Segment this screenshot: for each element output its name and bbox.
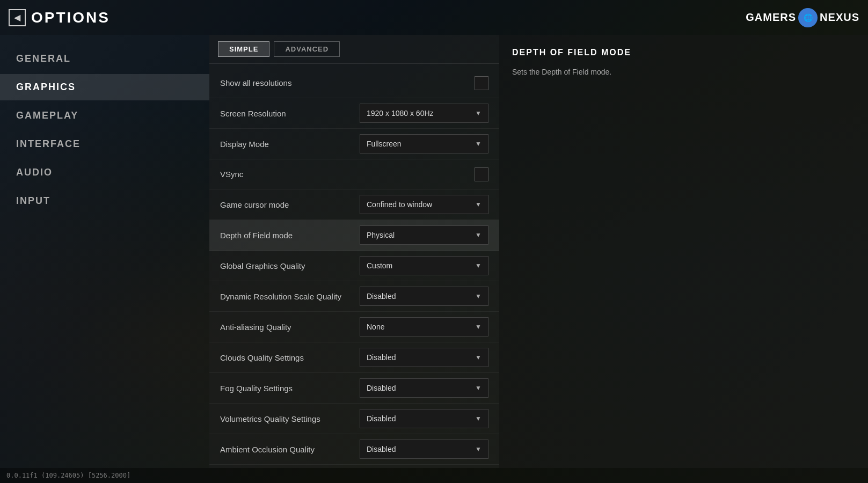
sidebar-item-general[interactable]: GENERAL — [0, 46, 209, 72]
dropdown-global-graphics-quality[interactable]: Custom▼ — [360, 256, 488, 275]
tab-simple[interactable]: SIMPLE — [218, 41, 269, 57]
checkbox-show-all-resolutions[interactable] — [475, 76, 488, 90]
chevron-down-icon-volumetrics-quality-settings: ▼ — [475, 415, 482, 422]
setting-row-game-cursor-mode: Game cursor modeConfined to window▼ — [209, 189, 499, 220]
settings-panel: SIMPLE ADVANCED Show all resolutionsScre… — [209, 35, 499, 468]
setting-label-show-all-resolutions: Show all resolutions — [220, 78, 360, 87]
dropdown-value-volumetrics-quality-settings: Disabled — [367, 414, 396, 423]
setting-row-anti-aliasing-quality: Anti-aliasing QualityNone▼ — [209, 312, 499, 342]
setting-label-depth-of-field-mode: Depth of Field mode — [220, 231, 360, 240]
info-description: Sets the Depth of Field mode. — [512, 66, 855, 78]
sidebar-item-audio[interactable]: AUDIO — [0, 159, 209, 186]
dropdown-value-depth-of-field-mode: Physical — [367, 231, 395, 239]
dropdown-value-screen-resolution: 1920 x 1080 x 60Hz — [367, 109, 434, 118]
setting-row-global-graphics-quality: Global Graphics QualityCustom▼ — [209, 251, 499, 281]
dropdown-anti-aliasing-quality[interactable]: None▼ — [360, 317, 488, 336]
setting-row-ambient-occlusion-quality: Ambient Occlusion QualityDisabled▼ — [209, 434, 499, 465]
chevron-down-icon-dynamic-resolution-scale-quality: ▼ — [475, 292, 482, 300]
setting-control-vsync — [360, 167, 488, 181]
logo-text-part1: GAMERS — [746, 11, 796, 24]
chevron-down-icon-game-cursor-mode: ▼ — [475, 201, 482, 208]
status-bar: 0.0.11f1 (109.24605) [5256.2000] — [0, 468, 868, 483]
back-icon: ◀ — [9, 9, 26, 26]
setting-label-screen-resolution: Screen Resolution — [220, 109, 360, 118]
setting-row-clouds-quality-settings: Clouds Quality SettingsDisabled▼ — [209, 342, 499, 373]
dropdown-ambient-occlusion-quality[interactable]: Disabled▼ — [360, 440, 488, 459]
sidebar-item-gameplay[interactable]: GAMEPLAY — [0, 103, 209, 129]
info-title: DEPTH OF FIELD MODE — [512, 48, 855, 57]
top-bar: ◀ OPTIONS GAMERS 🌐 NEXUS — [0, 0, 868, 35]
setting-control-depth-of-field-mode: Physical▼ — [360, 225, 488, 245]
chevron-down-icon-anti-aliasing-quality: ▼ — [475, 323, 482, 331]
setting-label-display-mode: Display Mode — [220, 140, 360, 149]
setting-label-global-graphics-quality: Global Graphics Quality — [220, 261, 360, 270]
logo: GAMERS 🌐 NEXUS — [746, 8, 859, 27]
dropdown-value-display-mode: Fullscreen — [367, 140, 402, 148]
dropdown-value-global-graphics-quality: Custom — [367, 261, 392, 270]
setting-label-ambient-occlusion-quality: Ambient Occlusion Quality — [220, 445, 360, 454]
main-content: GENERALGRAPHICSGAMEPLAYINTERFACEAUDIOINP… — [0, 35, 868, 468]
chevron-down-icon-display-mode: ▼ — [475, 140, 482, 148]
dropdown-depth-of-field-mode[interactable]: Physical▼ — [360, 225, 488, 245]
setting-row-show-all-resolutions: Show all resolutions — [209, 68, 499, 98]
setting-label-volumetrics-quality-settings: Volumetrics Quality Settings — [220, 414, 360, 423]
settings-list: Show all resolutionsScreen Resolution192… — [209, 64, 499, 468]
tab-bar: SIMPLE ADVANCED — [209, 35, 499, 64]
sidebar-item-interface[interactable]: INTERFACE — [0, 131, 209, 157]
info-panel: DEPTH OF FIELD MODE Sets the Depth of Fi… — [499, 35, 868, 468]
chevron-down-icon-ambient-occlusion-quality: ▼ — [475, 445, 482, 453]
sidebar-item-graphics[interactable]: GRAPHICS — [0, 74, 209, 100]
setting-label-dynamic-resolution-scale-quality: Dynamic Resolution Scale Quality — [220, 292, 360, 301]
dropdown-value-fog-quality-settings: Disabled — [367, 384, 396, 392]
dropdown-clouds-quality-settings[interactable]: Disabled▼ — [360, 348, 488, 367]
dropdown-dynamic-resolution-scale-quality[interactable]: Disabled▼ — [360, 287, 488, 306]
dropdown-value-anti-aliasing-quality: None — [367, 323, 384, 331]
logo-text-part2: NEXUS — [820, 11, 859, 24]
dropdown-fog-quality-settings[interactable]: Disabled▼ — [360, 378, 488, 398]
setting-control-anti-aliasing-quality: None▼ — [360, 317, 488, 336]
setting-row-depth-of-field-mode: Depth of Field modePhysical▼ — [209, 220, 499, 251]
setting-row-display-mode: Display ModeFullscreen▼ — [209, 129, 499, 159]
sidebar-item-input[interactable]: INPUT — [0, 188, 209, 214]
setting-control-clouds-quality-settings: Disabled▼ — [360, 348, 488, 367]
chevron-down-icon-fog-quality-settings: ▼ — [475, 384, 482, 392]
back-button[interactable]: ◀ OPTIONS — [9, 9, 110, 26]
setting-label-game-cursor-mode: Game cursor mode — [220, 200, 360, 209]
setting-control-dynamic-resolution-scale-quality: Disabled▼ — [360, 287, 488, 306]
dropdown-game-cursor-mode[interactable]: Confined to window▼ — [360, 195, 488, 214]
setting-row-screen-resolution: Screen Resolution1920 x 1080 x 60Hz▼ — [209, 98, 499, 129]
dropdown-display-mode[interactable]: Fullscreen▼ — [360, 134, 488, 153]
chevron-down-icon-depth-of-field-mode: ▼ — [475, 231, 482, 239]
logo-globe-icon: 🌐 — [798, 8, 818, 27]
setting-label-anti-aliasing-quality: Anti-aliasing Quality — [220, 323, 360, 332]
setting-control-fog-quality-settings: Disabled▼ — [360, 378, 488, 398]
chevron-down-icon-global-graphics-quality: ▼ — [475, 262, 482, 269]
setting-control-volumetrics-quality-settings: Disabled▼ — [360, 409, 488, 428]
dropdown-value-game-cursor-mode: Confined to window — [367, 200, 432, 209]
chevron-down-icon-clouds-quality-settings: ▼ — [475, 354, 482, 361]
setting-row-volumetrics-quality-settings: Volumetrics Quality SettingsDisabled▼ — [209, 404, 499, 434]
dropdown-value-dynamic-resolution-scale-quality: Disabled — [367, 292, 396, 301]
setting-control-display-mode: Fullscreen▼ — [360, 134, 488, 153]
setting-row-vsync: VSync — [209, 159, 499, 189]
dropdown-value-ambient-occlusion-quality: Disabled — [367, 445, 396, 453]
setting-control-global-graphics-quality: Custom▼ — [360, 256, 488, 275]
setting-control-ambient-occlusion-quality: Disabled▼ — [360, 440, 488, 459]
setting-control-game-cursor-mode: Confined to window▼ — [360, 195, 488, 214]
setting-label-vsync: VSync — [220, 170, 360, 179]
dropdown-volumetrics-quality-settings[interactable]: Disabled▼ — [360, 409, 488, 428]
checkbox-vsync[interactable] — [475, 167, 488, 181]
setting-row-fog-quality-settings: Fog Quality SettingsDisabled▼ — [209, 373, 499, 404]
page-title: OPTIONS — [31, 9, 110, 26]
setting-label-fog-quality-settings: Fog Quality Settings — [220, 384, 360, 393]
status-text: 0.0.11f1 (109.24605) [5256.2000] — [6, 472, 130, 479]
dropdown-screen-resolution[interactable]: 1920 x 1080 x 60Hz▼ — [360, 104, 488, 123]
chevron-down-icon-screen-resolution: ▼ — [475, 109, 482, 117]
sidebar: GENERALGRAPHICSGAMEPLAYINTERFACEAUDIOINP… — [0, 35, 209, 468]
setting-row-dynamic-resolution-scale-quality: Dynamic Resolution Scale QualityDisabled… — [209, 281, 499, 312]
setting-control-show-all-resolutions — [360, 76, 488, 90]
setting-label-clouds-quality-settings: Clouds Quality Settings — [220, 353, 360, 362]
setting-control-screen-resolution: 1920 x 1080 x 60Hz▼ — [360, 104, 488, 123]
dropdown-value-clouds-quality-settings: Disabled — [367, 353, 396, 362]
tab-advanced[interactable]: ADVANCED — [274, 41, 340, 57]
